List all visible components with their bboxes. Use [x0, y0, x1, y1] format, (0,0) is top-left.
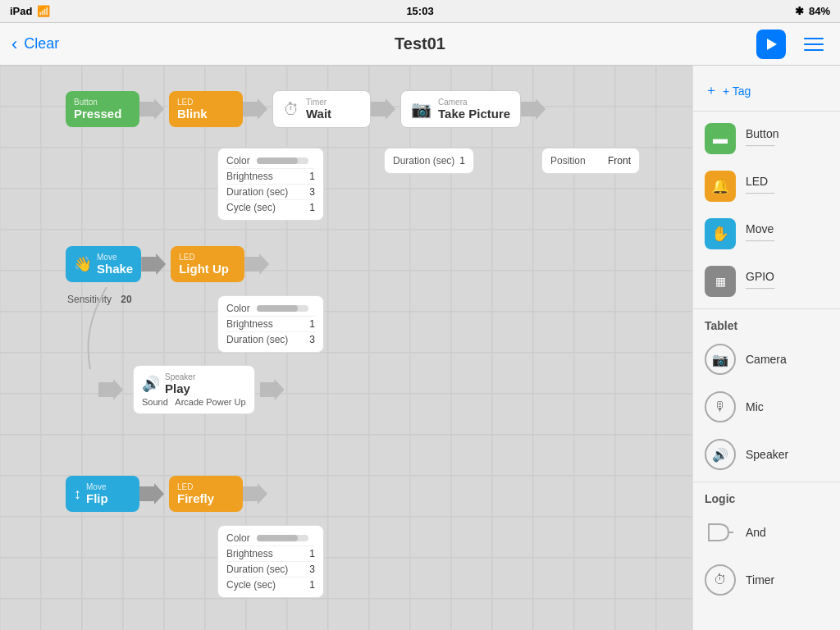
prop-brightness-ff: Brightness 1 [226, 546, 315, 562]
block-led-lightup[interactable]: LED Light Up [171, 246, 244, 282]
time-display: 15:03 [406, 5, 433, 17]
prop-duration: Duration (sec) 3 [226, 185, 315, 200]
sidebar-item-speaker[interactable]: 🔊 Speaker [693, 431, 840, 478]
connector-8 [260, 379, 290, 400]
prop-color-lu: Color [226, 301, 315, 317]
prop-brightness-lu: Brightness 1 [226, 317, 315, 332]
move-icon: 👋 [74, 255, 92, 273]
sidebar-item-timer[interactable]: ⏱ Timer [693, 556, 840, 604]
tablet-section-title: Tablet [693, 313, 840, 336]
camera-props: Position Front [541, 148, 640, 174]
add-tag-button[interactable]: ＋ + Tag [693, 74, 840, 107]
plus-icon: ＋ [705, 82, 718, 99]
button-label: Button [746, 127, 778, 140]
prop-color: Color [226, 153, 315, 169]
block-led-blink[interactable]: LED Blink [169, 91, 243, 127]
camera-sidebar-icon: 📷 [705, 344, 736, 375]
timer-label: Timer [746, 573, 774, 587]
connector-5 [141, 253, 171, 275]
prop-timer-duration: Duration (sec) 1 [393, 153, 465, 168]
block-led-firefly[interactable]: LED Firefly [169, 476, 243, 512]
camera-label: Camera [746, 353, 787, 366]
connector-10 [243, 483, 272, 504]
back-button[interactable]: ‹ Clear [11, 34, 59, 55]
mic-icon: 🎙 [705, 391, 736, 422]
and-icon [705, 517, 736, 548]
sidebar: ＋ + Tag ▬ Button ───── 🔔 LED ───── [692, 66, 840, 630]
wifi-icon: 📶 [37, 5, 50, 17]
top-nav: ‹ Clear Test01 [0, 23, 840, 66]
block-move-flip[interactable]: ↕ Move Flip [66, 476, 139, 512]
row-4: ↕ Move Flip LED Firefly [66, 476, 272, 512]
block-button-pressed[interactable]: Button Pressed [66, 91, 139, 127]
block-timer-wait[interactable]: ⏱ Timer Wait [272, 90, 371, 128]
main-layout: Button Pressed LED Blink ⏱ Timer [0, 66, 840, 630]
timer-wait-props: Duration (sec) 1 [384, 148, 474, 174]
camera-icon: 📷 [411, 99, 431, 119]
divider-0 [693, 111, 840, 112]
sidebar-item-camera[interactable]: 📷 Camera [693, 336, 840, 383]
led-icon: 🔔 [705, 171, 736, 202]
connector-7 [98, 379, 128, 400]
mic-label: Mic [746, 400, 764, 413]
back-label: Clear [24, 35, 59, 52]
play-button[interactable] [756, 30, 786, 59]
nav-actions [756, 30, 829, 59]
speaker-label: Speaker [746, 448, 788, 461]
prop-cycle-ff: Cycle (sec) 1 [226, 578, 315, 592]
led-lightup-props: Color Brightness 1 Duration (sec) 3 [217, 295, 324, 353]
battery-label: 84% [809, 5, 830, 17]
row-2: 👋 Move Shake LED Light Up [66, 246, 274, 282]
connector-9 [139, 483, 169, 504]
menu-button[interactable] [799, 30, 829, 59]
sidebar-item-gpio[interactable]: ▦ GPIO ───── [693, 258, 840, 305]
prop-position: Position Front [550, 153, 631, 168]
sidebar-item-button[interactable]: ▬ Button ───── [693, 115, 840, 162]
gpio-icon: ▦ [705, 266, 736, 297]
speaker-sidebar-icon: 🔊 [705, 439, 736, 470]
block-camera-take-picture[interactable]: 📷 Camera Take Picture [400, 90, 521, 128]
prop-brightness: Brightness 1 [226, 169, 315, 185]
prop-duration-ff: Duration (sec) 3 [226, 562, 315, 578]
page-title: Test01 [395, 34, 445, 53]
block-move-shake[interactable]: 👋 Move Shake [66, 246, 141, 282]
row-3: 🔊 Speaker Play Sound Arcade Power Up [98, 365, 290, 414]
svg-marker-0 [767, 39, 777, 50]
connector-2 [243, 98, 272, 120]
led-label: LED [746, 175, 774, 188]
status-bar: iPad 📶 15:03 ✱ 84% [0, 0, 840, 23]
connector-3 [371, 98, 400, 120]
sidebar-item-led[interactable]: 🔔 LED ───── [693, 162, 840, 210]
add-tag-label: + Tag [723, 84, 751, 98]
prop-duration-lu: Duration (sec) 3 [226, 332, 315, 347]
prop-cycle: Cycle (sec) 1 [226, 200, 315, 215]
canvas-area[interactable]: Button Pressed LED Blink ⏱ Timer [0, 66, 692, 630]
prop-color-ff: Color [226, 531, 315, 546]
timer-sidebar-icon: ⏱ [705, 564, 736, 596]
row-1: Button Pressed LED Blink ⏱ Timer [66, 90, 550, 128]
led-firefly-props: Color Brightness 1 Duration (sec) 3 Cycl… [217, 525, 324, 598]
move-label: Move [746, 222, 774, 235]
chevron-left-icon: ‹ [11, 34, 17, 55]
logic-section-title: Logic [693, 486, 840, 509]
gpio-label: GPIO [746, 270, 774, 283]
block-speaker-play[interactable]: 🔊 Speaker Play Sound Arcade Power Up [133, 365, 255, 414]
menu-line-1 [804, 38, 824, 39]
sidebar-item-and[interactable]: And [693, 509, 840, 556]
led-blink-props: Color Brightness 1 Duration (sec) 3 Cycl… [217, 148, 324, 221]
speaker-icon-block: 🔊 [142, 375, 160, 393]
timer-icon: ⏱ [283, 100, 299, 119]
connector-6 [244, 253, 274, 275]
and-label: And [746, 526, 766, 539]
connector-1 [139, 98, 169, 120]
menu-line-2 [804, 43, 824, 45]
sidebar-item-move[interactable]: ✋ Move ───── [693, 210, 840, 258]
connector-4 [521, 98, 550, 120]
flip-icon: ↕ [74, 486, 81, 503]
divider-logic [693, 482, 840, 482]
sidebar-item-mic[interactable]: 🎙 Mic [693, 383, 840, 431]
button-icon: ▬ [705, 123, 736, 154]
curved-connector [66, 287, 131, 377]
divider-tablet [693, 308, 840, 309]
bluetooth-icon: ✱ [795, 5, 804, 17]
